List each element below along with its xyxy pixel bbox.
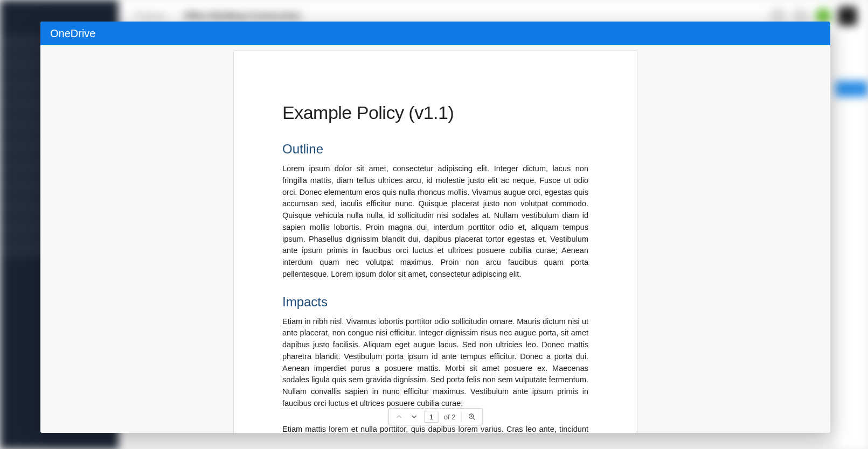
chevron-down-icon [411,413,418,420]
section-heading: Outline [282,142,588,157]
breadcrumb-current: Office Building Construction [184,11,301,21]
section-heading: Impacts [282,294,588,310]
document-title: Example Policy (v1.1) [282,102,588,123]
zoom-in-icon [468,413,475,420]
document-viewport[interactable]: Example Policy (v1.1) Outline Lorem ipsu… [40,45,830,433]
page-total: of 2 [444,413,456,421]
chevron-up-icon [396,413,402,420]
next-page-button[interactable] [409,412,419,422]
modal-body: Example Policy (v1.1) Outline Lorem ipsu… [40,45,830,433]
onedrive-preview-modal: OneDrive Example Policy (v1.1) Outline L… [40,22,830,433]
section-body: Etiam in nibh nisl. Vivamus lobortis por… [282,316,588,410]
modal-title: OneDrive [50,27,95,40]
prev-page-button[interactable] [394,412,404,422]
section-body: Lorem ipsum dolor sit amet, consectetur … [282,163,588,280]
page-navigator: of 2 [388,408,483,425]
document-page: Example Policy (v1.1) Outline Lorem ipsu… [233,51,637,433]
svg-line-1 [473,418,475,419]
breadcrumb-root: Projects [135,11,166,21]
page-number-input[interactable] [425,411,439,423]
modal-header: OneDrive [40,22,830,45]
zoom-in-button[interactable] [467,412,476,422]
